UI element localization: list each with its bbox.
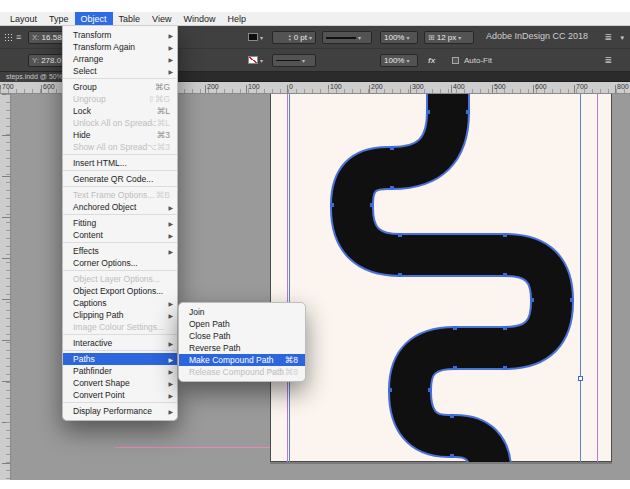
menu-item-paths[interactable]: Paths <box>63 353 177 365</box>
anchor-point[interactable] <box>450 454 454 458</box>
corner-dropdown-icon[interactable] <box>458 33 461 42</box>
anchor-point[interactable] <box>388 388 392 392</box>
autofit-checkbox[interactable] <box>452 57 459 64</box>
panel-options-icon[interactable] <box>604 54 612 67</box>
menu-item-generate-qr-code[interactable]: Generate QR Code... <box>63 173 177 185</box>
menu-separator <box>63 78 177 79</box>
anchor-point[interactable] <box>390 146 394 150</box>
anchor-point[interactable] <box>503 233 507 237</box>
anchor-point[interactable] <box>453 366 457 370</box>
anchor-point[interactable] <box>398 273 402 277</box>
menu-item-display-performance[interactable]: Display Performance <box>63 405 177 417</box>
menubar-item-object[interactable]: Object <box>75 12 113 25</box>
anchor-point[interactable] <box>390 186 394 190</box>
menu-item-group[interactable]: Group⌘G <box>63 81 177 93</box>
reference-point-icon[interactable] <box>4 33 13 42</box>
anchor-point[interactable] <box>370 203 374 207</box>
menu-item-object-export-options[interactable]: Object Export Options... <box>63 285 177 297</box>
anchor-point[interactable] <box>503 326 507 330</box>
menu-item-arrange[interactable]: Arrange <box>63 53 177 65</box>
anchor-point[interactable] <box>530 298 534 302</box>
menu-item-captions[interactable]: Captions <box>63 297 177 309</box>
ruler-label: 200 <box>207 83 219 90</box>
effects-fx-icon[interactable]: fx <box>428 54 435 67</box>
menu-item-transform-again[interactable]: Transform Again <box>63 41 177 53</box>
submenu-arrow-icon <box>168 65 173 78</box>
corner-radius-value: 12 px <box>437 33 457 42</box>
ruler-label: 700 <box>576 83 588 90</box>
menu-item-insert-html[interactable]: Insert HTML... <box>63 157 177 169</box>
stroke-weight-field[interactable]: 0 pt <box>272 31 316 44</box>
menu-separator <box>63 270 177 271</box>
anchor-point[interactable] <box>453 326 457 330</box>
menu-item-reverse-path[interactable]: Reverse Path <box>179 342 305 354</box>
scale-value: 100% <box>384 33 404 42</box>
menu-item-join[interactable]: Join <box>179 306 305 318</box>
anchor-point[interactable] <box>503 366 507 370</box>
menu-item-clipping-path[interactable]: Clipping Path <box>63 309 177 321</box>
ruler-label: 400 <box>453 83 465 90</box>
scale-dropdown-icon[interactable] <box>406 33 409 42</box>
menu-item-lock[interactable]: Lock⌘L <box>63 105 177 117</box>
anchor-point[interactable] <box>398 233 402 237</box>
corner-options-icon <box>428 33 435 42</box>
menu-item-object-layer-options: Object Layer Options... <box>63 273 177 285</box>
menu-item-effects[interactable]: Effects <box>63 245 177 257</box>
stroke-type-dropdown[interactable] <box>272 54 316 67</box>
anchor-point[interactable] <box>503 273 507 277</box>
menubar-item-type[interactable]: Type <box>43 12 75 25</box>
menu-item-make-compound-path[interactable]: Make Compound Path⌘8 <box>179 354 305 366</box>
stroke-type-dropdown-icon[interactable] <box>302 56 305 65</box>
anchor-point[interactable] <box>426 110 430 114</box>
anchor-point[interactable] <box>466 110 470 114</box>
ruler-label: 300 <box>412 83 424 90</box>
menu-item-select[interactable]: Select <box>63 65 177 77</box>
menu-separator <box>63 186 177 187</box>
anchor-point[interactable] <box>330 203 334 207</box>
frame-handle[interactable] <box>578 376 583 381</box>
menu-item-content[interactable]: Content <box>63 229 177 241</box>
stroke-none-swatch[interactable] <box>248 56 258 64</box>
opacity-dropdown[interactable]: 100% <box>380 54 418 67</box>
menu-item-transform[interactable]: Transform <box>63 29 177 41</box>
menu-item-corner-options[interactable]: Corner Options... <box>63 257 177 269</box>
stroke-weight-value: 0 pt <box>294 33 307 42</box>
stroke-swatch-dropdown-icon[interactable] <box>260 54 263 67</box>
menu-item-anchored-object[interactable]: Anchored Object <box>63 201 177 213</box>
anchor-point[interactable] <box>570 298 574 302</box>
menu-item-pathfinder[interactable]: Pathfinder <box>63 365 177 377</box>
menubar-item-table[interactable]: Table <box>113 12 147 25</box>
panel-collapse-icon[interactable] <box>620 31 624 44</box>
menubar-item-help[interactable]: Help <box>221 12 252 25</box>
stroke-weight-dropdown-icon[interactable] <box>309 33 312 42</box>
fill-dropdown-icon[interactable] <box>260 31 263 44</box>
menu-item-convert-shape[interactable]: Convert Shape <box>63 377 177 389</box>
anchor-point[interactable] <box>428 388 432 392</box>
vertical-ruler[interactable] <box>0 94 11 480</box>
menu-separator <box>63 334 177 335</box>
opacity-dropdown-icon[interactable] <box>406 56 409 65</box>
window-title: Adobe InDesign CC 2018 <box>486 31 588 41</box>
menubar-item-view[interactable]: View <box>146 12 177 25</box>
snake-path[interactable] <box>270 94 612 462</box>
menu-item-hide[interactable]: Hide⌘3 <box>63 129 177 141</box>
panel-options-icon[interactable] <box>604 31 612 44</box>
ruler-label: 0 <box>289 83 293 90</box>
menu-item-open-path[interactable]: Open Path <box>179 318 305 330</box>
stroke-style-dropdown-icon[interactable] <box>358 33 361 42</box>
panel-menu-icon[interactable] <box>16 31 21 44</box>
menu-item-close-path[interactable]: Close Path <box>179 330 305 342</box>
stroke-weight-stepper[interactable] <box>288 34 292 42</box>
menu-item-fitting[interactable]: Fitting <box>63 217 177 229</box>
fill-swatch[interactable] <box>248 33 258 41</box>
stroke-style-dropdown[interactable] <box>322 31 372 44</box>
ruler-guide-pink[interactable] <box>115 447 270 448</box>
scale-dropdown[interactable]: 100% <box>380 31 418 44</box>
document-tab[interactable]: steps.indd @ 50% <box>0 72 70 82</box>
anchor-point[interactable] <box>450 414 454 418</box>
corner-options-field[interactable]: 12 px <box>424 31 474 44</box>
menu-item-interactive[interactable]: Interactive <box>63 337 177 349</box>
menubar-item-window[interactable]: Window <box>177 12 221 25</box>
menubar-item-layout[interactable]: Layout <box>4 12 43 25</box>
menu-item-convert-point[interactable]: Convert Point <box>63 389 177 401</box>
